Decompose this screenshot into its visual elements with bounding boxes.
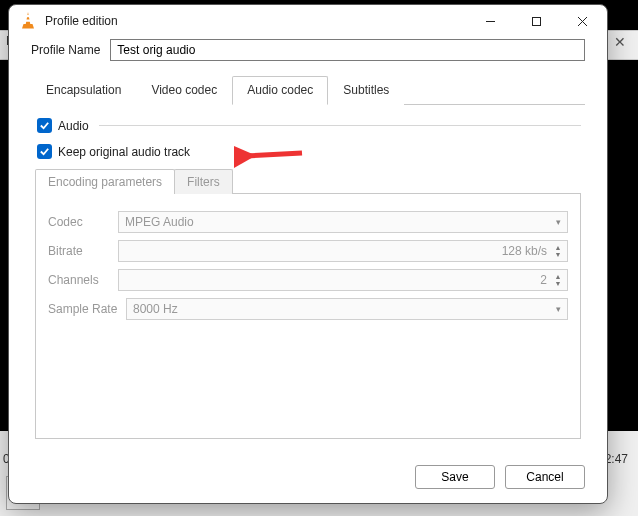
keep-original-checkbox-label: Keep original audio track: [58, 145, 190, 159]
tab-video-codec[interactable]: Video codec: [136, 76, 232, 105]
keep-original-checkbox-row[interactable]: Keep original audio track: [37, 144, 581, 159]
samplerate-label: Sample Rate: [48, 302, 126, 316]
bg-close-icon[interactable]: ✕: [614, 34, 626, 50]
profile-edition-dialog: Profile edition Profile Name Encapsulati…: [8, 4, 608, 504]
channels-spinner[interactable]: 2 ▲▼: [118, 269, 568, 291]
encoding-parameters-pane: Codec MPEG Audio ▾ Bitrate 128 kb/s ▲▼ C…: [35, 193, 581, 439]
audio-checkbox-row[interactable]: Audio: [37, 118, 581, 133]
tab-audio-codec[interactable]: Audio codec: [232, 76, 328, 105]
channels-label: Channels: [48, 273, 118, 287]
bitrate-value: 128 kb/s: [502, 244, 547, 258]
tab-filters[interactable]: Filters: [174, 169, 233, 194]
main-tabs: Encapsulation Video codec Audio codec Su…: [31, 75, 585, 105]
bg-time-total: 2:47: [605, 452, 628, 466]
svg-rect-1: [25, 20, 30, 22]
chevron-down-icon: ▾: [556, 304, 561, 314]
sub-tabs: Encoding parameters Filters: [35, 169, 581, 194]
checkbox-checked-icon: [37, 144, 52, 159]
vlc-icon: [19, 12, 37, 30]
samplerate-combo[interactable]: 8000 Hz ▾: [126, 298, 568, 320]
minimize-button[interactable]: [467, 6, 513, 36]
codec-value: MPEG Audio: [125, 215, 194, 229]
codec-combo[interactable]: MPEG Audio ▾: [118, 211, 568, 233]
profile-name-label: Profile Name: [31, 43, 100, 57]
dialog-title: Profile edition: [45, 14, 467, 28]
profile-name-input[interactable]: [110, 39, 585, 61]
tab-encoding-parameters[interactable]: Encoding parameters: [35, 169, 175, 194]
samplerate-value: 8000 Hz: [133, 302, 178, 316]
audio-checkbox-label: Audio: [58, 119, 89, 133]
spinner-arrows-icon: ▲▼: [551, 273, 565, 287]
save-button[interactable]: Save: [415, 465, 495, 489]
titlebar: Profile edition: [9, 5, 607, 37]
spinner-arrows-icon: ▲▼: [551, 244, 565, 258]
dialog-footer: Save Cancel: [9, 455, 607, 503]
cancel-button[interactable]: Cancel: [505, 465, 585, 489]
divider: [99, 125, 581, 126]
checkbox-checked-icon: [37, 118, 52, 133]
svg-rect-0: [26, 15, 30, 17]
chevron-down-icon: ▾: [556, 217, 561, 227]
svg-rect-3: [532, 17, 540, 25]
maximize-button[interactable]: [513, 6, 559, 36]
tab-subtitles[interactable]: Subtitles: [328, 76, 404, 105]
audio-codec-pane: Audio Keep original audio track Encoding…: [31, 105, 585, 443]
bitrate-spinner[interactable]: 128 kb/s ▲▼: [118, 240, 568, 262]
codec-label: Codec: [48, 215, 118, 229]
bitrate-label: Bitrate: [48, 244, 118, 258]
tab-encapsulation[interactable]: Encapsulation: [31, 76, 136, 105]
close-button[interactable]: [559, 6, 605, 36]
channels-value: 2: [540, 273, 547, 287]
